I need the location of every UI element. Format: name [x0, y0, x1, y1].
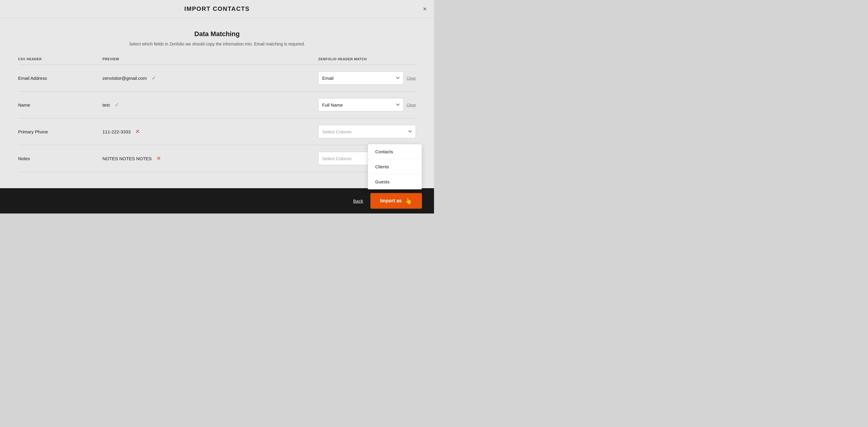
status-check-icon-name: ✓	[115, 101, 119, 108]
preview-value-phone: 111-222-3333	[102, 129, 130, 134]
import-as-dropdown: Contacts Clients Guests	[368, 144, 422, 189]
import-as-guests[interactable]: Guests	[368, 174, 422, 189]
table-row: Notes NOTES NOTES NOTES ✕ Select Column …	[18, 145, 416, 172]
status-check-icon-email: ✓	[152, 75, 156, 81]
modal-header: IMPORT CONTACTS ×	[0, 0, 434, 18]
preview-cell-name: test ✓	[102, 101, 313, 108]
import-as-clients[interactable]: Clients	[368, 159, 422, 174]
csv-header-primary-phone: Primary Phone	[18, 129, 102, 134]
modal-title: IMPORT CONTACTS	[184, 5, 250, 12]
col-header-match: ZENFOLIO HEADER MATCH	[313, 57, 416, 61]
match-select-phone[interactable]: Select Column Email Full Name First Name…	[318, 125, 416, 138]
preview-cell-phone: 111-222-3333 ✕	[102, 128, 313, 135]
col-header-preview: PREVIEW	[102, 57, 313, 61]
import-as-button[interactable]: Import as 👆	[370, 193, 422, 209]
csv-header-notes: Notes	[18, 156, 102, 161]
match-cell-email: Email Full Name First Name Last Name Pho…	[313, 71, 416, 85]
status-cross-icon-phone: ✕	[135, 128, 140, 135]
table-row: Email Address zenvisitor@gmail.com ✓ Ema…	[18, 65, 416, 92]
preview-value-email: zenvisitor@gmail.com	[102, 75, 147, 81]
table-row: Name test ✓ Full Name Email First Name L…	[18, 92, 416, 118]
hand-pointer-icon: 👆	[405, 197, 412, 204]
preview-cell-email: zenvisitor@gmail.com ✓	[102, 75, 313, 81]
clear-button-name[interactable]: Clear	[407, 103, 416, 107]
modal-footer: Back Import as 👆	[0, 188, 434, 214]
csv-header-email-address: Email Address	[18, 75, 102, 81]
import-as-label: Import as	[380, 198, 402, 203]
preview-value-notes: NOTES NOTES NOTES	[102, 156, 152, 161]
table-header: CSV HEADER PREVIEW ZENFOLIO HEADER MATCH	[18, 57, 416, 65]
match-cell-name: Full Name Email First Name Last Name Pho…	[313, 98, 416, 111]
back-button[interactable]: Back	[353, 198, 363, 203]
csv-header-name: Name	[18, 102, 102, 107]
col-header-csv: CSV HEADER	[18, 57, 102, 61]
match-cell-phone: Select Column Email Full Name First Name…	[313, 125, 416, 138]
import-as-contacts[interactable]: Contacts	[368, 144, 422, 159]
status-cross-icon-notes: ✕	[156, 155, 161, 162]
table-row: Primary Phone 111-222-3333 ✕ Select Colu…	[18, 118, 416, 145]
close-button[interactable]: ×	[423, 6, 427, 12]
preview-value-name: test	[102, 102, 110, 107]
preview-cell-notes: NOTES NOTES NOTES ✕	[102, 155, 313, 162]
section-title: Data Matching	[18, 30, 416, 38]
clear-button-email[interactable]: Clear	[407, 76, 416, 80]
match-select-name[interactable]: Full Name Email First Name Last Name Pho…	[318, 98, 404, 111]
match-select-email[interactable]: Email Full Name First Name Last Name Pho…	[318, 71, 404, 85]
section-subtitle: Select which fields in Zenfolio we shoul…	[18, 41, 416, 46]
import-contacts-modal: IMPORT CONTACTS × Data Matching Select w…	[0, 0, 434, 214]
